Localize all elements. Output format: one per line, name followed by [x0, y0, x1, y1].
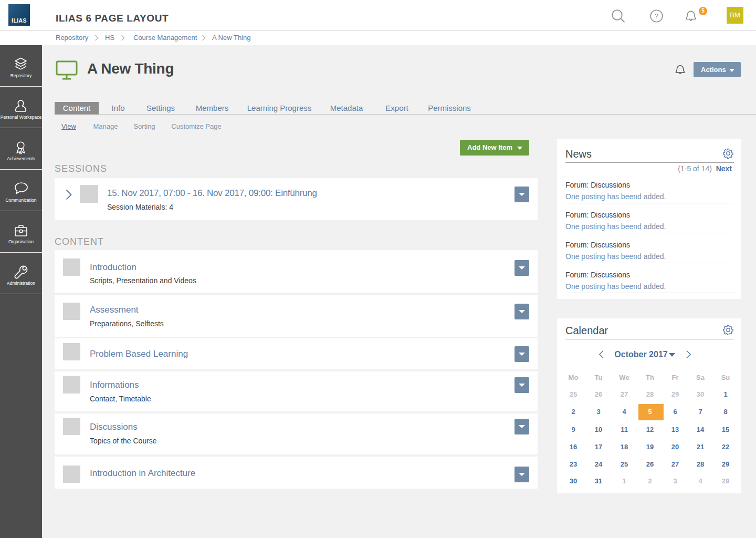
svg-text:?: ?: [655, 12, 659, 20]
